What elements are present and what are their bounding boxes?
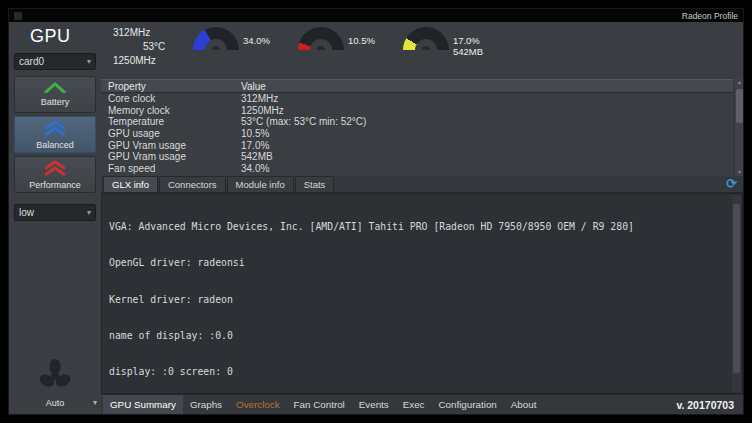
sidebar-spacer — [14, 227, 96, 359]
power-level-select[interactable]: low ▾ — [14, 204, 96, 221]
memory-clock-reading: 1250MHz — [113, 55, 156, 66]
row-value: 53°C (max: 53°C min: 52°C) — [239, 116, 733, 127]
summary-header: 312MHz 53°C 1250MHz 34.0% — [101, 22, 743, 79]
table-scrollbar[interactable]: ▴ ▾ — [734, 79, 743, 176]
tab-exec[interactable]: Exec — [396, 395, 432, 414]
gauge-pivot-dot — [212, 46, 220, 50]
tab-events[interactable]: Events — [352, 395, 396, 414]
vram-usage-gauge: 17.0% 542MB — [403, 27, 483, 57]
table-row: GPU usage 10.5% — [101, 128, 733, 140]
column-header-value: Value — [239, 81, 733, 92]
glx-line: VGA: Advanced Micro Devices, Inc. [AMD/A… — [109, 221, 728, 233]
fan-speed-gauge: 34.0% — [193, 27, 270, 57]
profile-balanced-label: Balanced — [36, 140, 74, 150]
gauge-arc — [298, 27, 344, 50]
vram-usage-mb: 542MB — [453, 46, 483, 57]
scroll-down-icon[interactable]: ▾ — [735, 169, 744, 176]
gauge-arc — [193, 27, 239, 50]
tab-fan-control[interactable]: Fan Control — [287, 395, 352, 414]
main-panel: 312MHz 53°C 1250MHz 34.0% — [101, 22, 743, 414]
card-select[interactable]: card0 ▾ — [14, 53, 96, 70]
fan-icon — [38, 359, 72, 397]
temperature-reading: 53°C — [143, 41, 165, 52]
chevron-down-icon: ▾ — [87, 208, 91, 217]
glx-line: OpenGL driver: radeonsi — [109, 257, 728, 269]
auto-label: Auto — [46, 398, 65, 408]
glx-line: display: :0 screen: 0 — [109, 366, 728, 378]
tab-module-info[interactable]: Module info — [227, 176, 294, 192]
row-value: 312MHz — [239, 93, 733, 104]
row-property: GPU Vram usage — [101, 151, 239, 162]
chevron-down-icon: ▾ — [87, 57, 91, 66]
row-property: GPU Vram usage — [101, 140, 239, 151]
table-header: Property Value — [101, 79, 733, 93]
tab-gpu-summary[interactable]: GPU Summary — [103, 395, 183, 414]
sidebar: GPU card0 ▾ Battery Balanced — [9, 22, 101, 414]
row-property: Fan speed — [101, 163, 239, 174]
chevron-down-icon[interactable]: ▾ — [93, 398, 97, 407]
property-table: Property Value Core clock 312MHz Memory … — [101, 79, 743, 176]
profile-battery-button[interactable]: Battery — [14, 76, 96, 113]
card-select-value: card0 — [19, 56, 44, 67]
window-title: Radeon Profile — [682, 11, 738, 21]
fan-speed-value: 34.0% — [243, 35, 270, 46]
gauges: 34.0% 10.5% — [193, 27, 483, 57]
performance-double-chevron-icon — [44, 160, 66, 178]
glx-scrollbar[interactable] — [732, 195, 741, 392]
row-value: 542MB — [239, 151, 733, 162]
gpu-heading: GPU — [14, 25, 96, 53]
table-row: Fan speed 34.0% — [101, 163, 733, 175]
glx-info-text: VGA: Advanced Micro Devices, Inc. [AMD/A… — [101, 193, 743, 394]
glx-line: name of display: :0.0 — [109, 330, 728, 342]
gauge-arc — [403, 27, 449, 50]
row-property: Memory clock — [101, 105, 239, 116]
row-property: GPU usage — [101, 128, 239, 139]
scroll-up-icon[interactable]: ▴ — [735, 79, 744, 86]
row-value: 34.0% — [239, 163, 733, 174]
tab-configuration[interactable]: Configuration — [432, 395, 504, 414]
bottom-tabbar: GPU Summary Graphs Overclock Fan Control… — [101, 394, 743, 414]
app-window: Radeon Profile GPU card0 ▾ Battery Balan… — [8, 8, 744, 415]
profile-performance-button[interactable]: Performance — [14, 156, 96, 193]
row-property: Core clock — [101, 93, 239, 104]
gpu-usage-value: 10.5% — [348, 35, 375, 46]
tab-glx-info[interactable]: GLX info — [103, 176, 158, 192]
core-clock-reading: 312MHz — [113, 27, 150, 38]
row-value: 17.0% — [239, 140, 733, 151]
info-tabbar: GLX info Connectors Module info Stats ⟳ — [101, 176, 743, 193]
profile-balanced-button[interactable]: Balanced — [14, 116, 96, 153]
row-value: 10.5% — [239, 128, 733, 139]
window-menu-icon[interactable] — [14, 12, 22, 20]
version-label: v. 20170703 — [676, 395, 743, 414]
tab-about[interactable]: About — [504, 395, 544, 414]
battery-chevron-icon — [44, 82, 66, 95]
table-row: Core clock 312MHz — [101, 93, 733, 105]
table-row: GPU Vram usage 17.0% — [101, 139, 733, 151]
scrollbar-thumb[interactable] — [733, 204, 740, 373]
table-row: Temperature 53°C (max: 53°C min: 52°C) — [101, 116, 733, 128]
scrollbar-thumb[interactable] — [736, 89, 743, 123]
column-header-property: Property — [101, 81, 239, 92]
glx-line: Kernel driver: radeon — [109, 294, 728, 306]
gauge-pivot-dot — [317, 46, 325, 50]
power-level-value: low — [19, 207, 34, 218]
profile-battery-label: Battery — [41, 97, 70, 107]
auto-fan-button[interactable]: Auto ▾ — [14, 359, 96, 410]
gauge-pivot-dot — [422, 46, 430, 50]
content: GPU card0 ▾ Battery Balanced — [9, 22, 743, 414]
tab-overclock[interactable]: Overclock — [229, 395, 287, 414]
vram-usage-percent: 17.0% — [453, 35, 483, 46]
row-value: 1250MHz — [239, 105, 733, 116]
table-row: GPU Vram usage 542MB — [101, 151, 733, 163]
balanced-double-chevron-icon — [44, 120, 66, 138]
tab-graphs[interactable]: Graphs — [183, 395, 229, 414]
table-row: Memory clock 1250MHz — [101, 105, 733, 117]
gpu-usage-gauge: 10.5% — [298, 27, 375, 57]
tab-stats[interactable]: Stats — [295, 176, 335, 192]
profile-performance-label: Performance — [29, 180, 81, 190]
titlebar[interactable]: Radeon Profile — [9, 9, 743, 22]
tab-connectors[interactable]: Connectors — [159, 176, 226, 192]
refresh-icon[interactable]: ⟳ — [724, 177, 739, 192]
row-property: Temperature — [101, 116, 239, 127]
